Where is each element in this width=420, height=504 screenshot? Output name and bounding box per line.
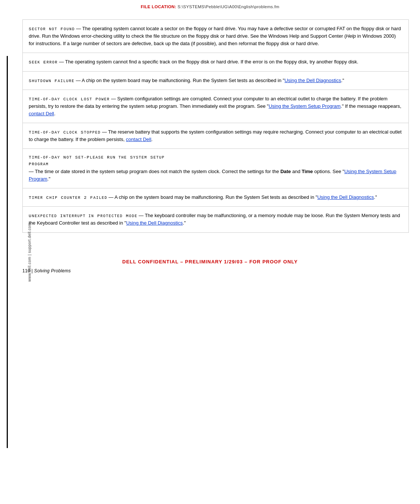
error-boxes-container: SECTOR NOT FOUND — The operating system … — [22, 19, 409, 233]
file-location-label: FILE LOCATION: — [141, 4, 176, 9]
link-using-dell-diagnostics-3[interactable]: Using the Dell Diagnostics — [126, 220, 183, 226]
link-using-dell-diagnostics-2[interactable]: Using the Dell Diagnostics — [317, 194, 374, 200]
error-title-time-of-day-clock-stopped: TIME-OF-DAY CLOCK STOPPED — [29, 130, 101, 135]
main-content: SECTOR NOT FOUND — The operating system … — [22, 12, 409, 240]
error-body-sector-not-found: — The operating system cannot locate a s… — [29, 26, 401, 46]
side-text: www.dell.com | support.dell.com — [28, 222, 32, 281]
error-title-time-of-day-not-set: TIME-OF-DAY NOT SET-PLEASE RUN THE SYSTE… — [29, 154, 402, 167]
error-box-timer-chip-counter: TIMER CHIP COUNTER 2 FAILED — A chip on … — [22, 188, 409, 206]
error-box-time-of-day-not-set: TIME-OF-DAY NOT SET-PLEASE RUN THE SYSTE… — [22, 148, 409, 188]
error-box-seek-error: SEEK ERROR — The operating system cannot… — [22, 53, 409, 71]
error-title-time-of-day-clock-lost-power: TIME-OF-DAY CLOCK LOST POWER — [29, 97, 110, 101]
link-using-system-setup-program-2[interactable]: Using the System Setup Program — [29, 169, 396, 182]
error-title-unexpected-interrupt: UNEXPECTED INTERRUPT IN PROTECTED MODE — [29, 213, 137, 218]
link-contact-dell-1[interactable]: contact Dell — [29, 111, 54, 116]
error-body-time-of-day-not-set: — The time or date stored in the system … — [29, 169, 396, 182]
error-title-shutdown-failure: SHUTDOWN FAILURE — [29, 78, 75, 83]
error-title-sector-not-found: SECTOR NOT FOUND — [29, 26, 75, 31]
error-box-shutdown-failure: SHUTDOWN FAILURE — A chip on the system … — [22, 71, 409, 90]
file-location-bar: FILE LOCATION: S:\SYSTEMS\Pebble\UG\A00\… — [0, 0, 420, 12]
link-contact-dell-2[interactable]: contact Dell — [126, 137, 151, 142]
error-title-timer-chip-counter: TIMER CHIP COUNTER 2 FAILED — [29, 195, 107, 200]
error-body-seek-error: — The operating system cannot find a spe… — [59, 59, 358, 65]
page-info: 110 | Solving Problems — [22, 268, 420, 273]
confidential-footer: DELL CONFIDENTIAL – PRELIMINARY 1/29/03 … — [0, 259, 420, 264]
error-body-shutdown-failure: — A chip on the system board may be malf… — [76, 78, 344, 83]
chapter-title: Solving Problems — [34, 268, 71, 273]
error-title-seek-error: SEEK ERROR — [29, 60, 58, 65]
error-box-time-of-day-clock-lost-power: TIME-OF-DAY CLOCK LOST POWER — System co… — [22, 90, 409, 123]
link-using-dell-diagnostics-1[interactable]: Using the Dell Diagnostics — [285, 78, 341, 83]
link-using-system-setup-program-1[interactable]: Using the System Setup Program — [269, 103, 341, 109]
error-box-sector-not-found: SECTOR NOT FOUND — The operating system … — [22, 19, 409, 53]
error-body-timer-chip-counter: — A chip on the system board may be malf… — [109, 194, 377, 200]
side-bar — [7, 56, 8, 448]
file-location-path: S:\SYSTEMS\Pebble\UG\A00\English\problem… — [178, 4, 279, 9]
error-box-time-of-day-clock-stopped: TIME-OF-DAY CLOCK STOPPED — The reserve … — [22, 123, 409, 148]
error-box-unexpected-interrupt: UNEXPECTED INTERRUPT IN PROTECTED MODE —… — [22, 206, 409, 232]
